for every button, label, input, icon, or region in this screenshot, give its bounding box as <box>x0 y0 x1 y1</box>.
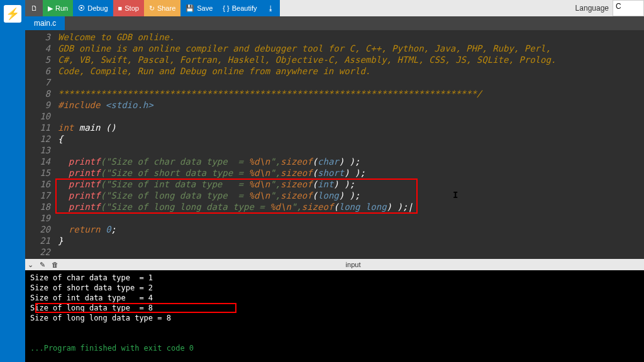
stop-icon: ■ <box>118 4 123 12</box>
braces-icon: { } <box>223 4 229 12</box>
tab-main-c[interactable]: main.c <box>25 16 65 30</box>
beautify-label: Beautify <box>232 4 257 12</box>
language-select[interactable]: C <box>613 0 644 16</box>
tab-bar: main.c <box>25 16 644 30</box>
run-button[interactable]: ▶Run <box>43 0 73 16</box>
code-line: Code, Compile, Run and Debug online from… <box>58 66 370 76</box>
code-line: GDB online is an online compiler and deb… <box>58 43 551 53</box>
text-cursor-icon: I <box>453 190 458 200</box>
language-label: Language <box>572 0 613 16</box>
download-button[interactable]: ⭳ <box>262 0 280 16</box>
output-toolbar: ⌄ ✎ 🗑 input <box>25 259 644 270</box>
left-rail: ⚡ <box>0 0 25 362</box>
app-logo: ⚡ <box>4 5 21 23</box>
terminal-line: Size of char data type = 1 <box>30 273 639 283</box>
trash-icon[interactable]: 🗑 <box>52 261 58 268</box>
stop-label: Stop <box>125 4 139 12</box>
save-label: Save <box>197 4 213 12</box>
code-line: C#, VB, Swift, Pascal, Fortran, Haskell,… <box>58 55 556 65</box>
bolt-icon: ⚡ <box>6 7 19 21</box>
stop-button[interactable]: ■Stop <box>113 0 144 16</box>
pencil-icon[interactable]: ✎ <box>40 261 45 269</box>
run-label: Run <box>55 4 68 12</box>
file-icon: 🗋 <box>31 4 38 12</box>
share-button[interactable]: ↻Share <box>144 0 180 16</box>
code-line: #include <box>58 100 106 110</box>
download-icon: ⭳ <box>267 4 274 12</box>
terminal-line: Size of long data type = 8 <box>30 303 639 313</box>
chevron-down-icon[interactable]: ⌄ <box>28 261 33 269</box>
terminal-exit-line: ...Program finished with exit code 0 <box>30 343 639 353</box>
code-area[interactable]: Welcome to GDB online. GDB online is an … <box>55 30 644 259</box>
toolbar: 🗋 ▶Run ⦿Debug ■Stop ↻Share 💾Save { }Beau… <box>25 0 644 16</box>
new-file-button[interactable]: 🗋 <box>25 0 43 16</box>
bug-icon: ⦿ <box>78 4 85 12</box>
share-icon: ↻ <box>149 4 155 13</box>
terminal-line: Size of long long data type = 8 <box>30 313 639 323</box>
gutter: 345678910111213141516171819202122 <box>25 30 55 259</box>
beautify-button[interactable]: { }Beautify <box>218 0 262 16</box>
play-icon: ▶ <box>48 4 53 13</box>
debug-label: Debug <box>87 4 108 12</box>
output-tab-label[interactable]: input <box>346 261 361 268</box>
save-icon: 💾 <box>186 4 194 13</box>
code-line: Welcome to GDB online. <box>58 32 174 42</box>
terminal-line: Size of short data type = 2 <box>30 283 639 293</box>
terminal-output[interactable]: Size of char data type = 1 Size of short… <box>25 270 644 362</box>
terminal-line: Size of int data type = 4 <box>30 293 639 303</box>
debug-button[interactable]: ⦿Debug <box>73 0 113 16</box>
code-editor[interactable]: 345678910111213141516171819202122 Welcom… <box>25 30 644 259</box>
save-button[interactable]: 💾Save <box>180 0 218 16</box>
share-label: Share <box>157 4 175 12</box>
code-line: ****************************************… <box>58 89 482 99</box>
